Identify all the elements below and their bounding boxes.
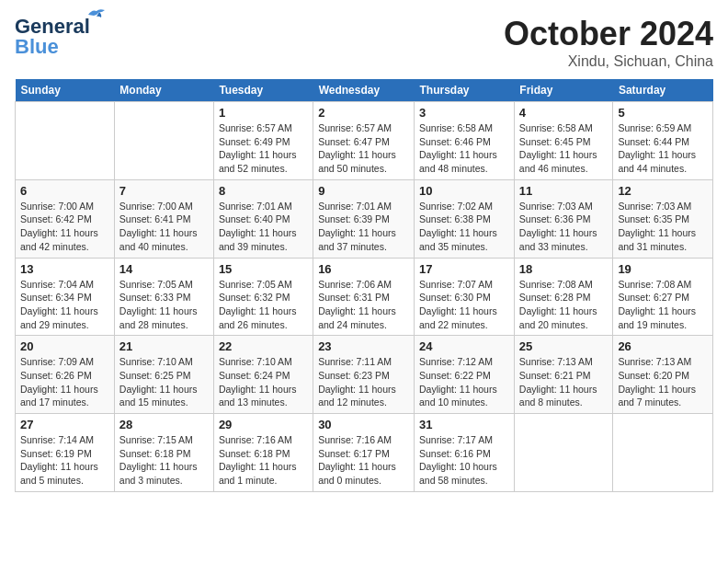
day-info: Sunrise: 7:01 AMSunset: 6:39 PMDaylight:… <box>318 200 409 254</box>
day-info: Sunrise: 7:13 AMSunset: 6:21 PMDaylight:… <box>519 355 609 409</box>
day-number: 5 <box>618 106 708 120</box>
weekday-header-friday: Friday <box>514 79 613 102</box>
day-number: 24 <box>419 339 509 353</box>
day-info: Sunrise: 6:58 AMSunset: 6:46 PMDaylight:… <box>419 121 509 176</box>
day-info: Sunrise: 7:10 AMSunset: 6:24 PMDaylight:… <box>219 355 308 409</box>
calendar-cell: 1Sunrise: 6:57 AMSunset: 6:49 PMDaylight… <box>213 102 313 180</box>
day-number: 10 <box>419 184 509 198</box>
day-info: Sunrise: 7:03 AMSunset: 6:35 PMDaylight:… <box>618 200 708 254</box>
day-info: Sunrise: 7:07 AMSunset: 6:30 PMDaylight:… <box>419 278 509 332</box>
day-number: 2 <box>318 106 409 120</box>
calendar-cell: 27Sunrise: 7:14 AMSunset: 6:19 PMDayligh… <box>16 414 115 492</box>
day-number: 26 <box>618 339 708 353</box>
day-info: Sunrise: 7:12 AMSunset: 6:22 PMDaylight:… <box>419 355 509 409</box>
day-number: 19 <box>618 262 708 276</box>
calendar-cell: 20Sunrise: 7:09 AMSunset: 6:26 PMDayligh… <box>16 336 115 414</box>
day-number: 6 <box>20 184 109 198</box>
day-info: Sunrise: 7:00 AMSunset: 6:42 PMDaylight:… <box>20 200 109 254</box>
weekday-header-wednesday: Wednesday <box>313 79 415 102</box>
day-info: Sunrise: 7:06 AMSunset: 6:31 PMDaylight:… <box>318 278 409 332</box>
calendar-week-5: 27Sunrise: 7:14 AMSunset: 6:19 PMDayligh… <box>16 414 713 492</box>
day-number: 12 <box>618 184 708 198</box>
day-info: Sunrise: 7:02 AMSunset: 6:38 PMDaylight:… <box>419 200 509 254</box>
calendar-cell: 23Sunrise: 7:11 AMSunset: 6:23 PMDayligh… <box>313 336 415 414</box>
calendar-cell <box>16 102 115 180</box>
weekday-header-tuesday: Tuesday <box>213 79 313 102</box>
day-number: 11 <box>519 184 609 198</box>
day-number: 16 <box>318 262 409 276</box>
day-number: 23 <box>318 339 409 353</box>
header: General Blue October 2024 Xindu, Sichuan… <box>15 15 713 70</box>
calendar-header-row: SundayMondayTuesdayWednesdayThursdayFrid… <box>16 79 713 102</box>
day-info: Sunrise: 7:03 AMSunset: 6:36 PMDaylight:… <box>519 200 609 254</box>
calendar-cell: 7Sunrise: 7:00 AMSunset: 6:41 PMDaylight… <box>114 179 213 258</box>
weekday-header-saturday: Saturday <box>613 79 713 102</box>
calendar-cell: 4Sunrise: 6:58 AMSunset: 6:45 PMDaylight… <box>514 102 613 180</box>
day-number: 14 <box>119 262 209 276</box>
weekday-header-sunday: Sunday <box>16 79 115 102</box>
day-number: 8 <box>219 184 308 198</box>
day-number: 20 <box>20 339 109 353</box>
day-info: Sunrise: 6:57 AMSunset: 6:47 PMDaylight:… <box>318 121 409 176</box>
day-number: 31 <box>419 418 509 431</box>
day-info: Sunrise: 7:17 AMSunset: 6:16 PMDaylight:… <box>419 433 509 488</box>
logo: General Blue <box>15 15 90 59</box>
day-info: Sunrise: 7:05 AMSunset: 6:33 PMDaylight:… <box>119 278 209 332</box>
calendar-cell: 30Sunrise: 7:16 AMSunset: 6:17 PMDayligh… <box>313 414 415 492</box>
day-info: Sunrise: 7:14 AMSunset: 6:19 PMDaylight:… <box>20 433 109 488</box>
calendar-cell: 6Sunrise: 7:00 AMSunset: 6:42 PMDaylight… <box>16 179 115 258</box>
day-number: 28 <box>119 418 209 431</box>
calendar-cell: 22Sunrise: 7:10 AMSunset: 6:24 PMDayligh… <box>213 336 313 414</box>
day-number: 3 <box>419 106 509 120</box>
day-info: Sunrise: 7:05 AMSunset: 6:32 PMDaylight:… <box>219 278 308 332</box>
day-info: Sunrise: 7:04 AMSunset: 6:34 PMDaylight:… <box>20 278 109 332</box>
calendar-week-4: 20Sunrise: 7:09 AMSunset: 6:26 PMDayligh… <box>16 336 713 414</box>
calendar-cell: 15Sunrise: 7:05 AMSunset: 6:32 PMDayligh… <box>213 258 313 336</box>
calendar-cell: 13Sunrise: 7:04 AMSunset: 6:34 PMDayligh… <box>16 258 115 336</box>
day-info: Sunrise: 6:59 AMSunset: 6:44 PMDaylight:… <box>618 121 708 176</box>
title-area: October 2024 Xindu, Sichuan, China <box>504 15 713 70</box>
calendar-week-2: 6Sunrise: 7:00 AMSunset: 6:42 PMDaylight… <box>16 179 713 258</box>
calendar-cell: 2Sunrise: 6:57 AMSunset: 6:47 PMDaylight… <box>313 102 415 180</box>
weekday-header-monday: Monday <box>114 79 213 102</box>
calendar-week-3: 13Sunrise: 7:04 AMSunset: 6:34 PMDayligh… <box>16 258 713 336</box>
calendar-cell: 12Sunrise: 7:03 AMSunset: 6:35 PMDayligh… <box>613 179 713 258</box>
calendar-cell: 8Sunrise: 7:01 AMSunset: 6:40 PMDaylight… <box>213 179 313 258</box>
day-number: 7 <box>119 184 209 198</box>
day-number: 30 <box>318 418 409 431</box>
calendar-cell <box>114 102 213 180</box>
month-title: October 2024 <box>504 15 713 53</box>
calendar-cell: 31Sunrise: 7:17 AMSunset: 6:16 PMDayligh… <box>415 414 515 492</box>
calendar-cell: 28Sunrise: 7:15 AMSunset: 6:18 PMDayligh… <box>114 414 213 492</box>
day-info: Sunrise: 7:11 AMSunset: 6:23 PMDaylight:… <box>318 355 409 409</box>
logo-bird-icon <box>86 7 107 22</box>
calendar-body: 1Sunrise: 6:57 AMSunset: 6:49 PMDaylight… <box>16 102 713 492</box>
calendar-cell: 11Sunrise: 7:03 AMSunset: 6:36 PMDayligh… <box>514 179 613 258</box>
day-info: Sunrise: 6:57 AMSunset: 6:49 PMDaylight:… <box>219 121 308 176</box>
calendar-cell: 25Sunrise: 7:13 AMSunset: 6:21 PMDayligh… <box>514 336 613 414</box>
day-number: 22 <box>219 339 308 353</box>
day-number: 4 <box>519 106 609 120</box>
calendar-cell: 9Sunrise: 7:01 AMSunset: 6:39 PMDaylight… <box>313 179 415 258</box>
day-info: Sunrise: 7:08 AMSunset: 6:28 PMDaylight:… <box>519 278 609 332</box>
day-number: 15 <box>219 262 308 276</box>
calendar-cell: 19Sunrise: 7:08 AMSunset: 6:27 PMDayligh… <box>613 258 713 336</box>
calendar-cell: 5Sunrise: 6:59 AMSunset: 6:44 PMDaylight… <box>613 102 713 180</box>
day-number: 25 <box>519 339 609 353</box>
day-number: 18 <box>519 262 609 276</box>
weekday-header-thursday: Thursday <box>415 79 515 102</box>
day-info: Sunrise: 7:15 AMSunset: 6:18 PMDaylight:… <box>119 433 209 488</box>
calendar-cell: 24Sunrise: 7:12 AMSunset: 6:22 PMDayligh… <box>415 336 515 414</box>
calendar-cell: 29Sunrise: 7:16 AMSunset: 6:18 PMDayligh… <box>213 414 313 492</box>
calendar-week-1: 1Sunrise: 6:57 AMSunset: 6:49 PMDaylight… <box>16 102 713 180</box>
calendar-cell <box>514 414 613 492</box>
day-info: Sunrise: 6:58 AMSunset: 6:45 PMDaylight:… <box>519 121 609 176</box>
day-info: Sunrise: 7:01 AMSunset: 6:40 PMDaylight:… <box>219 200 308 254</box>
calendar-cell: 16Sunrise: 7:06 AMSunset: 6:31 PMDayligh… <box>313 258 415 336</box>
day-number: 17 <box>419 262 509 276</box>
day-number: 29 <box>219 418 308 431</box>
day-number: 13 <box>20 262 109 276</box>
day-number: 27 <box>20 418 109 431</box>
day-info: Sunrise: 7:16 AMSunset: 6:18 PMDaylight:… <box>219 433 308 488</box>
calendar-cell: 18Sunrise: 7:08 AMSunset: 6:28 PMDayligh… <box>514 258 613 336</box>
